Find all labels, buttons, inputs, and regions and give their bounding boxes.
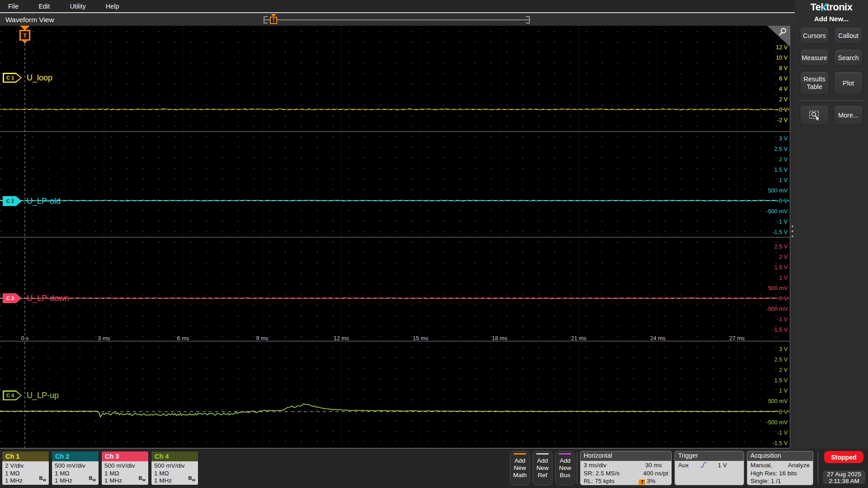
acquisition-panel[interactable]: Acquisition Manual,Analyze High Res: 16 … — [747, 451, 813, 485]
axis-tick-label: 1 V — [779, 177, 788, 183]
waveform-trace — [0, 404, 789, 417]
callout-button[interactable]: Callout — [834, 27, 863, 44]
waveform-display[interactable]: 12 V10 V8 V6 V4 V2 V0 V-2 V3 V2.5 V2 V1.… — [0, 26, 790, 449]
ref-accent-line — [536, 453, 549, 455]
ch2-settings-card[interactable]: Ch 2 500 mV/div 1 MΩ 1 MHz BW — [52, 451, 99, 485]
axis-tick-label: 0 V — [779, 296, 788, 302]
channel-badge-c3[interactable]: C 3 U_LP-down — [3, 293, 69, 303]
time-axis-label: 12 ms — [334, 335, 349, 342]
ch4-scale: 500 mV/div — [154, 462, 195, 470]
ch4-settings-card[interactable]: Ch 4 500 mV/div 1 MΩ 1 MHz BW — [151, 451, 198, 485]
slider-right-bracket — [526, 16, 530, 23]
menu-file[interactable]: File — [8, 3, 19, 10]
axis-tick-label: -1.5 V — [773, 229, 788, 235]
run-stop-status-button[interactable]: Stopped — [824, 451, 863, 463]
axis-tick-label: 3 V — [779, 346, 788, 352]
add-new-bus-button[interactable]: Add New Bus — [555, 451, 575, 485]
axis-tick-label: -1 V — [777, 430, 788, 436]
axis-tick-label: 0 V — [779, 107, 788, 113]
c1-tag[interactable]: C 1 — [3, 73, 22, 83]
c2-tag[interactable]: C 2 — [3, 196, 22, 206]
ch3-settings-card[interactable]: Ch 3 500 mV/div 1 MΩ 1 MHz BW — [101, 451, 149, 485]
acquisition-panel-title: Acquisition — [747, 451, 813, 461]
ch1-settings-card[interactable]: Ch 1 2 V/div 1 MΩ 1 MHz BW — [2, 451, 49, 485]
add-new-ref-button[interactable]: Add New Ref — [533, 451, 552, 485]
c3-tag[interactable]: C 3 — [3, 293, 22, 303]
axis-tick-label: 6 V — [779, 75, 788, 82]
axis-tick-label: 500 mV — [768, 398, 788, 404]
bottom-bar-separator2 — [818, 452, 818, 484]
trigger-position-marker[interactable]: T — [270, 14, 277, 26]
axis-tick-label: 12 V — [776, 44, 788, 51]
plot-button[interactable]: Plot — [834, 71, 863, 95]
horizontal-scale: 3 ms/div — [584, 461, 606, 469]
axis-tick-label: 10 V — [776, 55, 788, 61]
results-table-button[interactable]: Results Table — [800, 71, 829, 95]
axis-tick-label: 0 V — [779, 409, 788, 415]
c3-label[interactable]: U_LP-down — [27, 294, 69, 303]
channel-badge-c1[interactable]: C 1 U_loop — [3, 73, 52, 83]
axis-tick-label: 2 V — [779, 254, 788, 260]
axis-tick-label: 0 V — [779, 198, 788, 204]
panel-resize-strip[interactable] — [790, 26, 795, 449]
ch3-bw-limit-icon: BW — [138, 474, 146, 484]
record-length: RL: 75 kpts — [584, 477, 614, 485]
acq-analyze: Analyze — [788, 461, 810, 469]
bottom-status-bar: Ch 1 2 V/div 1 MΩ 1 MHz BW Ch 2 500 mV/d… — [0, 449, 868, 488]
c4-tag[interactable]: C 4 — [3, 390, 22, 400]
axis-tick-label: 4 V — [779, 86, 788, 92]
ch1-bw-limit-icon: BW — [39, 474, 46, 484]
axis-tick-label: 8 V — [779, 65, 788, 71]
trigger-position: T3% — [639, 477, 656, 485]
horizontal-window: 30 ms — [645, 461, 662, 469]
axis-tick-label: 2.5 V — [774, 357, 788, 363]
search-button[interactable]: Search — [834, 49, 863, 66]
time-axis-label: 6 ms — [177, 335, 189, 342]
menu-help[interactable]: Help — [106, 3, 119, 10]
axis-tick-label: 1 V — [779, 388, 788, 394]
axis-tick-label: 1.5 V — [774, 264, 788, 271]
axis-tick-label: -500 mV — [766, 208, 788, 215]
bus-accent-line — [559, 453, 571, 455]
horizontal-position-slider[interactable]: T — [264, 16, 529, 23]
c2-label[interactable]: U_LP-old — [27, 197, 61, 206]
measure-button[interactable]: Measure — [800, 49, 829, 66]
cursors-button[interactable]: Cursors — [800, 27, 829, 44]
axis-tick-label: 2 V — [779, 367, 788, 373]
sample-rate: SR: 2.5 MS/s — [584, 469, 620, 478]
ch3-name: Ch 3 — [102, 451, 148, 461]
channel-badge-c2[interactable]: C 2 U_LP-old — [3, 196, 61, 206]
trigger-marker-t-icon: T — [270, 17, 277, 24]
add-new-math-button[interactable]: Add New Math — [510, 451, 530, 485]
trigger-flag-t-icon: T — [19, 30, 30, 41]
horizontal-panel-title: Horizontal — [580, 451, 671, 461]
ch2-bw-limit-icon: BW — [89, 474, 96, 484]
axis-tick-label: -1.5 V — [773, 440, 788, 446]
trigger-indicator-flag[interactable]: T — [19, 26, 30, 45]
ch2-scale: 500 mV/div — [55, 462, 96, 470]
menu-edit[interactable]: Edit — [38, 3, 50, 10]
menu-bar: File Edit Utility Help — [0, 0, 795, 12]
time-axis-label: 24 ms — [650, 335, 665, 342]
axis-tick-label: 2 V — [779, 156, 788, 163]
time-axis-label: 18 ms — [492, 335, 507, 342]
sidebar-divider — [798, 100, 864, 101]
menu-utility[interactable]: Utility — [70, 3, 85, 10]
ch4-bw-limit-icon: BW — [188, 474, 195, 484]
axis-tick-label: 500 mV — [768, 285, 788, 291]
zoom-selection-button[interactable] — [800, 105, 829, 125]
c1-label[interactable]: U_loop — [27, 73, 52, 83]
axis-tick-label: 2.5 V — [774, 146, 788, 152]
axis-tick-label: -1.5 V — [773, 327, 788, 333]
add-new-header: Add New... — [795, 13, 868, 23]
more-button[interactable]: More... — [834, 105, 863, 125]
trigger-position-icon: T — [639, 479, 645, 485]
axis-tick-label: 2.5 V — [774, 244, 788, 250]
channel-badge-c4[interactable]: C 4 U_LP-up — [3, 390, 59, 400]
c4-label[interactable]: U_LP-up — [27, 391, 59, 400]
axis-tick-label: 1 V — [779, 275, 788, 281]
sample-resolution: 400 ns/pt — [643, 469, 668, 478]
horizontal-panel[interactable]: Horizontal 3 ms/div30 ms SR: 2.5 MS/s400… — [580, 451, 672, 485]
trigger-level: 1 V — [718, 461, 727, 469]
trigger-panel[interactable]: Trigger Aux 1 V — [675, 451, 744, 485]
